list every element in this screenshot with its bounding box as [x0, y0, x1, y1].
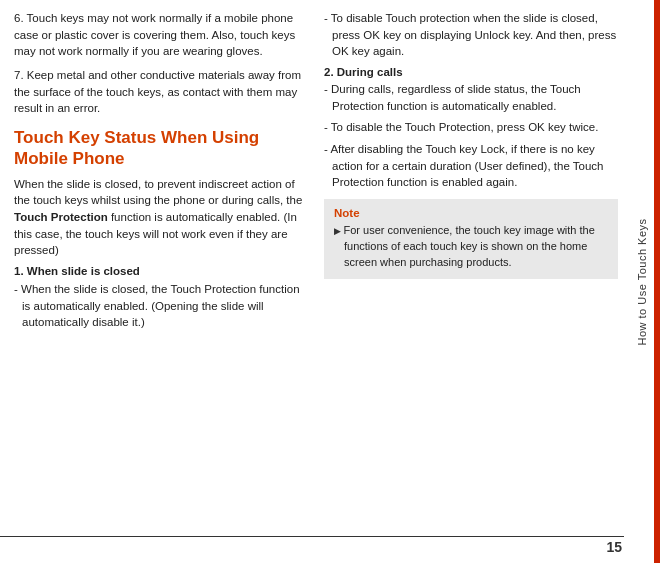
sub-heading-during-calls: 2. During calls [324, 66, 618, 78]
sidebar-label: How to Use Touch Keys [636, 218, 648, 345]
page-number: 15 [606, 539, 622, 555]
list-item-7: 7. Keep metal and other conductive mater… [14, 67, 310, 117]
bottom-divider [0, 536, 624, 537]
item-6-text: 6. [14, 12, 24, 24]
section-intro: When the slide is closed, to prevent ind… [14, 176, 310, 259]
sub-heading-when-closed: 1. When slide is closed [14, 265, 310, 277]
two-column-layout: 6. Touch keys may not work normally if a… [14, 10, 618, 553]
sidebar-red-bar [654, 0, 660, 563]
item-6-body: Touch keys may not work normally if a mo… [14, 12, 295, 57]
list-item-6: 6. Touch keys may not work normally if a… [14, 10, 310, 60]
section-heading: Touch Key Status When Using Mobile Phone [14, 127, 310, 170]
bullet-calls-1: During calls, regardless of slide status… [324, 81, 618, 114]
sidebar-text-wrapper: How to Use Touch Keys [630, 218, 654, 345]
note-content: For user convenience, the touch key imag… [334, 223, 608, 271]
item-7-num: 7. [14, 69, 24, 81]
item-7-body: Keep metal and other conductive material… [14, 69, 301, 114]
note-title: Note [334, 207, 608, 219]
bullet-slide-closed: When the slide is closed, the Touch Prot… [14, 281, 310, 331]
right-sidebar: How to Use Touch Keys [630, 0, 660, 563]
page-container: 6. Touch keys may not work normally if a… [0, 0, 660, 563]
note-box: Note For user convenience, the touch key… [324, 199, 618, 279]
bullet-calls-2: To disable the Touch Protection, press O… [324, 119, 618, 136]
bullet-disable-touch: To disable Touch protection when the sli… [324, 10, 618, 60]
right-column: To disable Touch protection when the sli… [324, 10, 618, 553]
main-content: 6. Touch keys may not work normally if a… [0, 0, 630, 563]
left-column: 6. Touch keys may not work normally if a… [14, 10, 316, 553]
bullet-calls-3: After disabling the Touch key Lock, if t… [324, 141, 618, 191]
